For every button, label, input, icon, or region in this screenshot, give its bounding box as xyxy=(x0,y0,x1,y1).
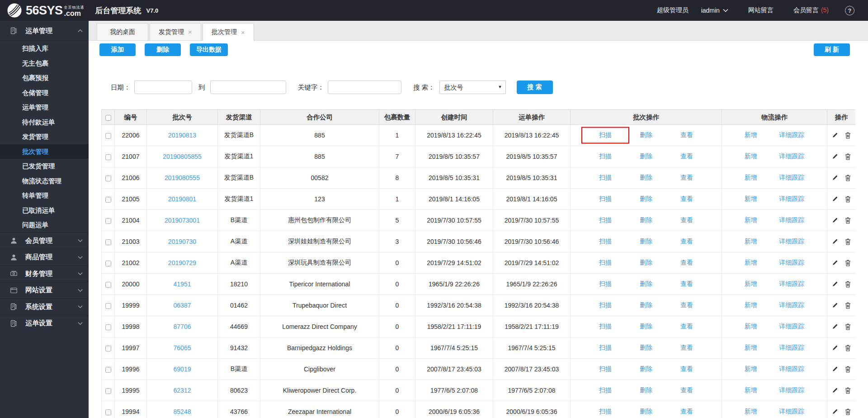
batch-delete-link[interactable]: 删除 xyxy=(640,301,652,309)
tab-active[interactable]: 批次管理× xyxy=(203,23,254,41)
edit-icon[interactable] xyxy=(832,175,838,181)
row-checkbox[interactable] xyxy=(105,324,111,330)
batch-no-link[interactable]: 20190729 xyxy=(168,259,196,266)
sidebar-item[interactable]: 运单管理 xyxy=(0,100,89,115)
edit-icon[interactable] xyxy=(832,238,838,245)
logistics-track-link[interactable]: 详细跟踪 xyxy=(779,386,804,394)
tab-inactive[interactable]: 发货管理× xyxy=(150,23,201,40)
batch-no-link[interactable]: 76065 xyxy=(174,344,191,352)
sidebar-item[interactable]: 包裹预报 xyxy=(0,71,89,86)
batch-delete-link[interactable]: 删除 xyxy=(640,195,652,203)
sidebar-item[interactable]: 发货管理 xyxy=(0,129,89,144)
edit-icon[interactable] xyxy=(832,323,838,330)
logistics-add-link[interactable]: 新增 xyxy=(745,301,757,309)
logistics-add-link[interactable]: 新增 xyxy=(745,386,757,394)
batch-delete-link[interactable]: 删除 xyxy=(640,323,652,331)
member-messages-link[interactable]: 会员留言 (5) xyxy=(793,6,829,14)
sidebar-item[interactable]: 待付款运单 xyxy=(0,115,89,130)
batch-delete-link[interactable]: 删除 xyxy=(640,259,652,267)
batch-no-link[interactable]: 69019 xyxy=(174,366,191,373)
refresh-button[interactable]: 刷 新 xyxy=(814,43,850,56)
row-checkbox[interactable] xyxy=(105,197,111,203)
batch-delete-link[interactable]: 删除 xyxy=(640,408,652,416)
sidebar-section-system-settings[interactable]: 系统设置 xyxy=(0,299,89,315)
edit-icon[interactable] xyxy=(832,217,838,223)
trash-icon[interactable] xyxy=(845,175,851,181)
logistics-track-link[interactable]: 详细跟踪 xyxy=(779,174,804,182)
batch-no-link[interactable]: 62312 xyxy=(174,387,191,394)
logistics-add-link[interactable]: 新增 xyxy=(745,408,757,416)
batch-view-link[interactable]: 查看 xyxy=(680,344,693,352)
export-button[interactable]: 导出数据 xyxy=(190,43,228,56)
edit-icon[interactable] xyxy=(832,302,838,309)
batch-view-link[interactable]: 查看 xyxy=(680,195,693,203)
date-from-input[interactable] xyxy=(134,81,192,94)
batch-delete-link[interactable]: 删除 xyxy=(640,174,652,182)
logistics-track-link[interactable]: 详细跟踪 xyxy=(779,131,804,139)
trash-icon[interactable] xyxy=(845,260,851,266)
batch-no-link[interactable]: 20190805855 xyxy=(163,153,202,160)
logistics-track-link[interactable]: 详细跟踪 xyxy=(779,238,804,246)
logistics-track-link[interactable]: 详细跟踪 xyxy=(779,344,804,352)
batch-delete-link[interactable]: 删除 xyxy=(640,216,652,224)
sidebar-item[interactable]: 物流状态管理 xyxy=(0,174,89,189)
trash-icon[interactable] xyxy=(845,238,851,245)
logistics-track-link[interactable]: 详细跟踪 xyxy=(779,323,804,331)
edit-icon[interactable] xyxy=(832,387,838,394)
batch-view-link[interactable]: 查看 xyxy=(680,259,693,267)
logistics-add-link[interactable]: 新增 xyxy=(745,365,757,373)
row-checkbox[interactable] xyxy=(105,409,111,415)
row-checkbox[interactable] xyxy=(105,176,111,181)
batch-scan-link[interactable]: 扫描 xyxy=(599,386,612,394)
batch-no-link[interactable]: 41951 xyxy=(174,280,191,288)
batch-scan-link[interactable]: 扫描 xyxy=(599,152,612,161)
batch-scan-link[interactable]: 扫描 xyxy=(599,408,612,416)
row-checkbox[interactable] xyxy=(105,239,111,245)
logistics-add-link[interactable]: 新增 xyxy=(745,152,757,161)
trash-icon[interactable] xyxy=(845,196,851,203)
trash-icon[interactable] xyxy=(845,281,851,288)
logistics-track-link[interactable]: 详细跟踪 xyxy=(779,301,804,309)
logistics-add-link[interactable]: 新增 xyxy=(745,259,757,267)
sidebar-section-finance-management[interactable]: 财务管理 xyxy=(0,266,89,282)
sidebar-section-waybill-management[interactable]: 运单管理 xyxy=(0,21,89,41)
close-icon[interactable]: × xyxy=(188,28,192,35)
select-all-checkbox[interactable] xyxy=(105,115,111,121)
trash-icon[interactable] xyxy=(845,132,851,139)
date-to-input[interactable] xyxy=(210,81,286,94)
edit-icon[interactable] xyxy=(832,366,838,372)
batch-delete-link[interactable]: 删除 xyxy=(640,131,652,139)
batch-scan-link-highlighted[interactable]: 扫描 xyxy=(599,131,612,139)
logistics-add-link[interactable]: 新增 xyxy=(745,195,757,203)
sidebar-section-product-management[interactable]: 商品管理 xyxy=(0,249,89,266)
edit-icon[interactable] xyxy=(832,153,838,160)
batch-no-link[interactable]: 06387 xyxy=(174,302,191,309)
logistics-track-link[interactable]: 详细跟踪 xyxy=(779,408,804,416)
sidebar-item[interactable]: 已取消运单 xyxy=(0,203,89,218)
batch-scan-link[interactable]: 扫描 xyxy=(599,301,612,309)
row-checkbox[interactable] xyxy=(105,261,111,266)
logistics-track-link[interactable]: 详细跟踪 xyxy=(779,365,804,373)
sidebar-item[interactable]: 扫描入库 xyxy=(0,41,89,56)
logistics-add-link[interactable]: 新增 xyxy=(745,280,757,288)
sidebar-section-site-settings[interactable]: 网站设置 xyxy=(0,282,89,299)
sidebar-item[interactable]: 问题运单 xyxy=(0,218,89,233)
row-checkbox[interactable] xyxy=(105,133,111,139)
search-button[interactable]: 搜 索 xyxy=(517,81,553,94)
sidebar-item-active[interactable]: 批次管理 xyxy=(0,144,89,159)
batch-view-link[interactable]: 查看 xyxy=(680,323,693,331)
trash-icon[interactable] xyxy=(845,217,851,224)
user-menu[interactable]: iadmin xyxy=(701,7,728,14)
logistics-add-link[interactable]: 新增 xyxy=(745,344,757,352)
sidebar-item[interactable]: 已发货管理 xyxy=(0,159,89,174)
batch-view-link[interactable]: 查看 xyxy=(680,301,693,309)
logistics-add-link[interactable]: 新增 xyxy=(745,323,757,331)
row-checkbox[interactable] xyxy=(105,303,111,309)
logistics-track-link[interactable]: 详细跟踪 xyxy=(779,216,804,224)
batch-scan-link[interactable]: 扫描 xyxy=(599,280,612,288)
batch-view-link[interactable]: 查看 xyxy=(680,174,693,182)
keyword-input[interactable] xyxy=(328,81,401,94)
row-checkbox[interactable] xyxy=(105,346,111,352)
edit-icon[interactable] xyxy=(832,132,838,138)
trash-icon[interactable] xyxy=(845,302,851,309)
